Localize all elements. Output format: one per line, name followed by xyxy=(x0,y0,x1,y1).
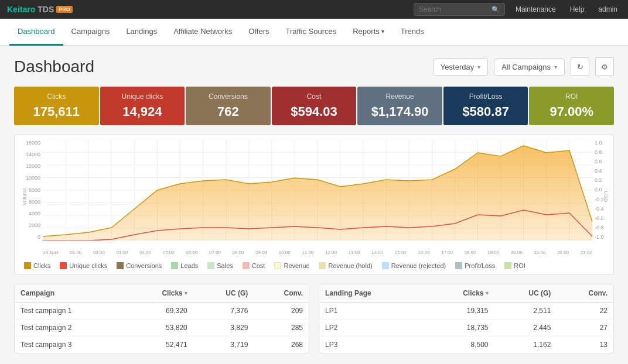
legend-cost-dot xyxy=(243,262,250,269)
stat-cost: Cost $594.03 xyxy=(272,87,357,125)
x-label-12: 12:00 xyxy=(325,250,337,255)
campaign-label: All Campaigns xyxy=(501,63,551,71)
y-label-4000: 4000 xyxy=(17,211,40,217)
y-label-6000: 6000 xyxy=(17,199,40,205)
landings-col-uc[interactable]: UC (G) xyxy=(494,284,557,303)
landings-col-page[interactable]: Landing Page xyxy=(319,284,426,303)
period-dropdown[interactable]: Yesterday ▾ xyxy=(433,59,488,75)
legend-revenue-hold[interactable]: Revenue (hold) xyxy=(319,262,372,269)
x-label-8: 08:00 xyxy=(233,250,244,255)
legend-clicks[interactable]: Clicks xyxy=(24,262,50,269)
legend-profit[interactable]: Profit/Loss xyxy=(455,262,495,269)
y-label-10000: 10000 xyxy=(17,175,40,181)
nav-reports[interactable]: Reports ▾ xyxy=(344,19,392,46)
reports-arrow: ▾ xyxy=(381,28,384,35)
refresh-button[interactable]: ↻ xyxy=(571,57,589,76)
stat-clicks: Clicks 175,611 xyxy=(14,87,99,125)
nav-traffic-sources[interactable]: Traffic Sources xyxy=(278,19,345,46)
campaign-dropdown[interactable]: All Campaigns ▾ xyxy=(494,59,565,75)
maintenance-menu[interactable]: Maintenance xyxy=(512,5,559,13)
nav-affiliate-networks[interactable]: Affiliate Networks xyxy=(165,19,240,46)
search-input[interactable] xyxy=(419,5,489,13)
stat-clicks-value: 175,611 xyxy=(22,104,91,119)
stat-unique-clicks: Unique clicks 14,924 xyxy=(100,87,185,125)
help-menu[interactable]: Help xyxy=(566,5,588,13)
y-label-14000: 14000 xyxy=(17,152,40,157)
campaign-name-3: Test campaign 3 xyxy=(15,336,127,353)
campaign-row-1: Test campaign 1 69,320 7,376 209 xyxy=(15,303,309,320)
x-label-21: 21:00 xyxy=(534,250,545,255)
x-label-17: 17:00 xyxy=(441,250,453,255)
x-label-16: 16:00 xyxy=(418,250,429,255)
stat-conv-label: Conversions xyxy=(194,92,262,101)
x-label-11: 11:00 xyxy=(302,250,313,255)
legend-roi[interactable]: ROI xyxy=(504,262,525,269)
x-label-19: 19:00 xyxy=(487,250,499,255)
legend-sales-label: Sales xyxy=(217,262,233,269)
legend-cost[interactable]: Cost xyxy=(243,262,265,269)
admin-menu[interactable]: admin xyxy=(595,5,621,13)
landings-col-conv[interactable]: Conv. xyxy=(557,284,613,303)
legend-profit-label: Profit/Loss xyxy=(465,262,495,269)
legend-conversions[interactable]: Conversions xyxy=(117,262,162,269)
nav-trends[interactable]: Trends xyxy=(392,19,432,46)
period-label: Yesterday xyxy=(441,63,474,71)
legend-revenue-rejected-dot xyxy=(382,262,389,269)
chart-svg xyxy=(43,140,592,241)
nav-landings[interactable]: Landings xyxy=(118,19,165,46)
stat-profit-label: Profit/Loss xyxy=(452,92,520,101)
settings-button[interactable]: ⚙ xyxy=(595,57,614,76)
y-label-16000: 16000 xyxy=(17,140,40,146)
campaigns-col-clicks[interactable]: Clicks ▾ xyxy=(127,284,193,303)
legend-revenue-rejected[interactable]: Revenue (rejected) xyxy=(382,262,446,269)
x-label-15: 15:00 xyxy=(395,250,407,255)
x-label-7: 07:00 xyxy=(209,250,221,255)
campaigns-col-campaign[interactable]: Campaign xyxy=(15,284,127,303)
legend-unique-dot xyxy=(60,262,67,269)
legend-sales[interactable]: Sales xyxy=(207,262,233,269)
legend-revenue-label: Revenue xyxy=(284,262,309,269)
period-arrow: ▾ xyxy=(477,64,480,70)
legend-revenue[interactable]: Revenue xyxy=(274,262,309,269)
nav-offers[interactable]: Offers xyxy=(240,19,277,46)
tables-row: Campaign Clicks ▾ UC (G) Conv. Test camp… xyxy=(14,284,614,353)
lp-row-3: LP3 8,500 1,162 13 xyxy=(319,336,613,353)
legend-unique-clicks[interactable]: Unique clicks xyxy=(60,262,107,269)
campaigns-col-conv[interactable]: Conv. xyxy=(254,284,309,303)
x-label-13: 13:00 xyxy=(349,250,360,255)
nav-dashboard[interactable]: Dashboard xyxy=(9,19,63,46)
campaigns-table: Campaign Clicks ▾ UC (G) Conv. Test camp… xyxy=(14,284,309,353)
legend-leads-label: Leads xyxy=(180,262,198,269)
yr-m10: -1.0 xyxy=(595,234,611,240)
x-label-0: 19 April xyxy=(43,250,59,255)
yr-04: 0.4 xyxy=(595,168,611,174)
landings-col-clicks[interactable]: Clicks ▾ xyxy=(426,284,494,303)
yr-m06: -0.6 xyxy=(595,215,611,221)
y-label-8000: 8000 xyxy=(17,187,40,193)
campaign-name-2: Test campaign 2 xyxy=(15,320,127,336)
legend-clicks-label: Clicks xyxy=(33,262,50,269)
legend-revenue-rejected-label: Revenue (rejected) xyxy=(391,262,446,269)
legend-unique-label: Unique clicks xyxy=(69,262,107,269)
x-label-18: 18:00 xyxy=(465,250,476,255)
x-label-22: 22:00 xyxy=(557,250,569,255)
legend-leads[interactable]: Leads xyxy=(171,262,198,269)
x-axis: 19 April 01:00 02:00 03:00 04:00 05:00 0… xyxy=(43,250,592,255)
campaigns-col-uc[interactable]: UC (G) xyxy=(193,284,254,303)
stat-roi-label: ROI xyxy=(537,92,606,101)
legend-profit-dot xyxy=(455,262,462,269)
x-label-5: 05:00 xyxy=(163,250,175,255)
search-bar[interactable]: 🔍 xyxy=(414,3,505,16)
header-controls: Yesterday ▾ All Campaigns ▾ ↻ ⚙ xyxy=(433,57,614,76)
x-label-3: 03:00 xyxy=(116,250,128,255)
lp-uc-1: 2,511 xyxy=(494,303,557,320)
settings-icon: ⚙ xyxy=(601,63,608,71)
y-label-2000: 2000 xyxy=(17,222,40,228)
campaign-clicks-2: 53,820 xyxy=(127,320,193,336)
nav-campaigns[interactable]: Campaigns xyxy=(63,19,118,46)
stat-cost-value: $594.03 xyxy=(280,104,349,119)
usd-label: USD xyxy=(602,191,608,202)
clicks-sort-icon: ▾ xyxy=(185,290,187,296)
campaign-uc-1: 7,376 xyxy=(193,303,254,320)
stat-unique-value: 14,924 xyxy=(108,104,177,119)
